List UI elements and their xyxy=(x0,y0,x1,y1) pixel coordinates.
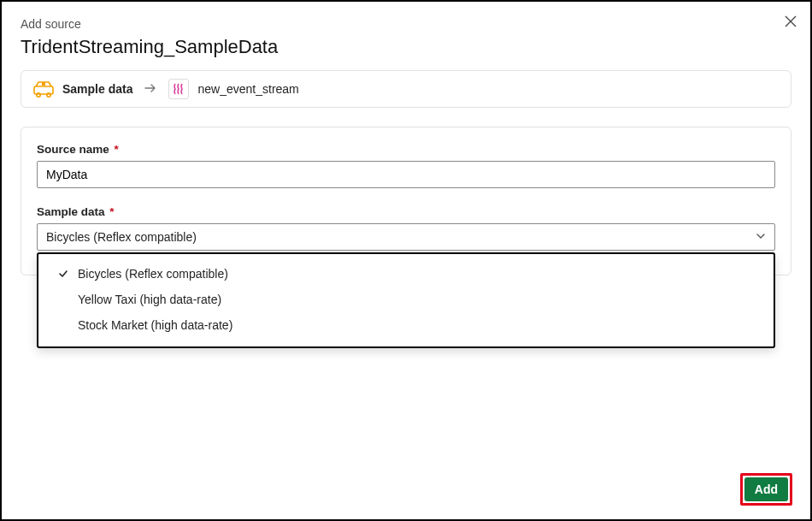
dropdown-option-bicycles[interactable]: Bicycles (Reflex compatible) xyxy=(38,261,774,287)
source-name-label-text: Source name xyxy=(37,143,109,156)
sample-data-select[interactable]: Bicycles (Reflex compatible) xyxy=(37,223,775,251)
required-mark: * xyxy=(109,205,114,218)
dialog-title: TridentStreaming_SampleData xyxy=(21,36,791,58)
arrow-right-icon xyxy=(144,82,156,96)
sample-data-dropdown: Bicycles (Reflex compatible) Yellow Taxi… xyxy=(37,252,775,348)
source-name-label: Source name * xyxy=(37,143,775,156)
required-mark: * xyxy=(115,143,119,156)
breadcrumb-source-label: Sample data xyxy=(62,82,132,96)
add-button-highlight: Add xyxy=(740,473,792,506)
sample-data-select-wrap: Bicycles (Reflex compatible) Bicycles (R… xyxy=(37,223,775,251)
dialog-subheader: Add source xyxy=(21,17,791,31)
checkmark-icon xyxy=(57,269,69,279)
close-icon xyxy=(785,15,797,27)
sample-data-label: Sample data * xyxy=(37,205,775,218)
add-button[interactable]: Add xyxy=(744,477,788,501)
dropdown-option-label: Bicycles (Reflex compatible) xyxy=(78,267,228,281)
breadcrumb-target-label: new_event_stream xyxy=(197,82,298,96)
breadcrumb-source: Sample data xyxy=(33,79,132,99)
dialog-frame: Add source TridentStreaming_SampleData S… xyxy=(0,0,812,521)
sample-data-label-text: Sample data xyxy=(37,205,105,218)
svg-point-3 xyxy=(47,93,50,97)
dropdown-option-label: Yellow Taxi (high data-rate) xyxy=(78,293,221,306)
close-button[interactable] xyxy=(782,13,799,30)
chevron-down-icon xyxy=(756,230,766,244)
form-section: Source name * Sample data * Bicycles (Re… xyxy=(21,127,791,275)
sample-data-icon xyxy=(33,79,54,99)
svg-rect-1 xyxy=(42,82,45,86)
source-name-input[interactable] xyxy=(37,161,775,188)
svg-point-2 xyxy=(37,93,40,97)
sample-data-selected-value: Bicycles (Reflex compatible) xyxy=(46,230,197,244)
dropdown-option-stock-market[interactable]: Stock Market (high data-rate) xyxy=(38,312,774,338)
dropdown-option-label: Stock Market (high data-rate) xyxy=(78,318,232,332)
event-stream-icon xyxy=(168,79,189,99)
breadcrumb: Sample data new_event_stream xyxy=(21,70,791,108)
breadcrumb-target: new_event_stream xyxy=(168,79,298,99)
dropdown-option-yellow-taxi[interactable]: Yellow Taxi (high data-rate) xyxy=(38,287,774,312)
